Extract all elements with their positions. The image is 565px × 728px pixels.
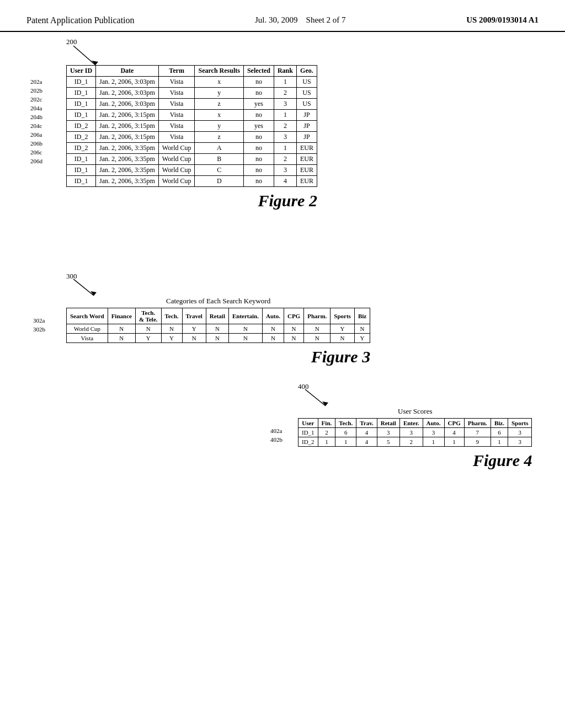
f3-col-tech: Tech. [161,308,182,324]
svg-line-0 [73,46,95,65]
table-row: VistaNYYNNNNNNNY [67,334,370,343]
row-label-202a: 202a [30,77,42,86]
table-row: ID_1Jan. 2, 2006, 3:35pmWorld CupCno3EUR [67,165,317,176]
row-label-202b: 202b [30,86,42,95]
table-row: ID_1Jan. 2, 2006, 3:03pmVistazyes3US [67,99,317,110]
row-labels-fig2: 202a 202b 202c 204a 204b 204c 206a 206b … [30,76,42,165]
header-left: Patent Application Publication [26,15,135,25]
svg-line-4 [305,389,326,406]
f4-col-retail: Retail [377,419,399,428]
col-geo: Geo. [296,66,317,77]
figure3-section: 300 302a 302b Categories of Each Search … [66,297,370,366]
f3-col-word: Search Word [67,308,108,324]
page-header: Patent Application Publication Jul. 30, … [0,0,565,32]
table-row: ID_1Jan. 2, 2006, 3:35pmWorld CupDno4EUR [67,176,317,187]
figure3-arrow-svg [71,276,104,301]
table-row: ID_2Jan. 2, 2006, 3:15pmVistazno3JP [67,132,317,143]
table-row: ID_2Jan. 2, 2006, 3:35pmWorld CupAno1EUR [67,143,317,154]
row-label-206d: 206d [30,157,42,165]
publication-label: Patent Application Publication [26,15,135,25]
f3-col-auto: Auto. [262,308,284,324]
figure2-table: User ID Date Term Search Results Selecte… [66,65,317,187]
row-label-204a: 204a [30,104,42,113]
f4-col-user: User [299,419,318,428]
figure4-ref: 400 [298,382,309,391]
col-results: Search Results [195,66,243,77]
row-label-302b: 302b [33,325,45,334]
col-term: Term [158,66,195,77]
f3-col-retail: Retail [206,308,228,324]
table-row: ID_21145211913 [299,437,532,447]
figure2-label: Figure 2 [66,191,317,210]
f3-col-sports: Sports [331,308,355,324]
row-label-202c: 202c [30,95,42,104]
date-label: Jul. 30, 2009 [255,15,298,24]
table-row: ID_1Jan. 2, 2006, 3:03pmVistaxno1US [67,77,317,88]
main-content: 200 202a 202b 202c 204a 204b 204c 206a 2… [0,32,565,694]
f4-col-auto: Auto. [423,419,444,428]
f3-col-entertain: Entertain. [228,308,262,324]
f3-col-finance: Finance [108,308,135,324]
row-label-402a: 402a [270,426,282,435]
f4-col-cpg: CPG [444,419,464,428]
figure4-arrow-svg [302,387,335,411]
f3-col-cpg: CPG [284,308,303,324]
f3-col-techtele: Tech.& Tele. [135,308,161,324]
f4-col-sports: Sports [508,419,532,428]
f4-col-enter: Enter. [399,419,423,428]
header-center: Jul. 30, 2009 Sheet 2 of 7 [255,15,346,25]
f4-col-trav: Trav. [356,419,377,428]
col-date: Date [96,66,159,77]
svg-line-2 [73,279,94,296]
figure3-ref: 300 [66,272,77,281]
f3-col-biz: Biz [354,308,370,324]
figure2-section: 200 202a 202b 202c 204a 204b 204c 206a 2… [66,65,317,210]
figure2-ref: 200 [66,38,77,46]
table-row: ID_1Jan. 2, 2006, 3:35pmWorld CupBno2EUR [67,154,317,165]
row-label-206b: 206b [30,139,42,148]
f4-col-fin: Fin. [318,419,335,428]
figure3-caption: Categories of Each Search Keyword [66,297,370,306]
f4-col-tech: Tech. [335,419,356,428]
row-label-402b: 402b [270,435,282,444]
figure4-section: 400 402a 402b User Scores User Fin. Tech… [298,407,532,470]
header-right: US 2009/0193014 A1 [466,15,539,25]
table-row: ID_2Jan. 2, 2006, 3:15pmVistayyes2JP [67,121,317,132]
f3-col-travel: Travel [182,308,206,324]
patent-number: US 2009/0193014 A1 [466,15,539,24]
row-label-206c: 206c [30,148,42,157]
table-row: World CupNNNYNNNNNYN [67,324,370,334]
f4-col-biz: Biz. [491,419,508,428]
col-rank: Rank [274,66,296,77]
figure4-label: Figure 4 [298,451,532,470]
table-row: ID_1Jan. 2, 2006, 3:03pmVistayno2US [67,88,317,99]
figure3-label: Figure 3 [66,347,370,366]
figure3-table: Search Word Finance Tech.& Tele. Tech. T… [66,308,370,343]
sheet-label: Sheet 2 of 7 [306,15,346,24]
row-labels-fig3: 302a 302b [33,316,45,334]
row-label-204b: 204b [30,113,42,121]
row-label-206a: 206a [30,130,42,139]
row-labels-fig4: 402a 402b [270,426,282,444]
row-label-302a: 302a [33,316,45,325]
table-row: ID_1Jan. 2, 2006, 3:15pmVistaxno1JP [67,110,317,121]
f3-col-pharm: Pharm. [304,308,331,324]
f4-col-pharm: Pharm. [464,419,491,428]
figure2-arrow-svg [71,43,104,71]
col-selected: Selected [243,66,274,77]
table-row: ID_12643334763 [299,428,532,437]
row-label-204c: 204c [30,121,42,130]
figure4-table: User Fin. Tech. Trav. Retail Enter. Auto… [298,418,532,447]
